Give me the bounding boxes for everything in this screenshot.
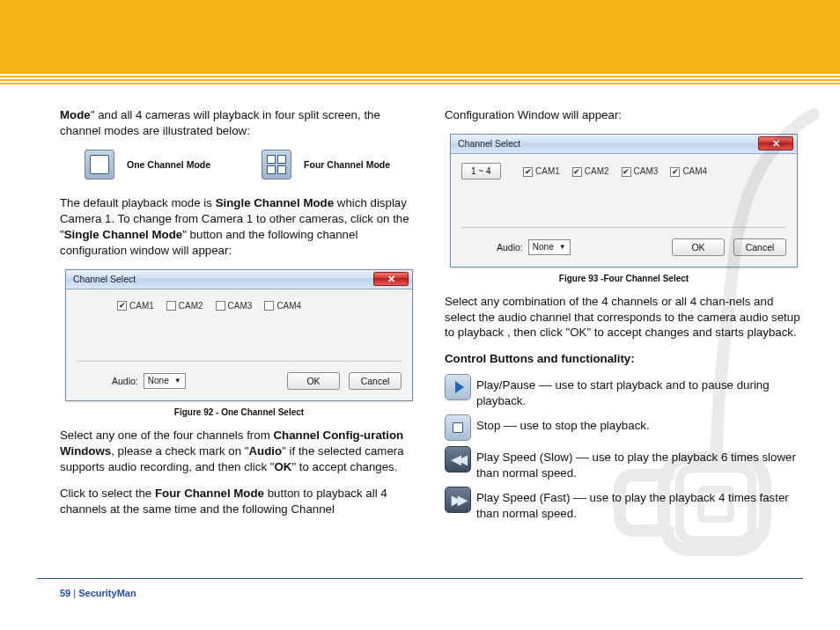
paragraph: Configuration Window will appear: [445, 107, 803, 123]
play-speed-fast-icon [445, 487, 471, 513]
one-channel-label: One Channel Mode [127, 158, 210, 171]
paragraph: Select any one of the four channels from… [60, 428, 418, 475]
header-band [0, 0, 840, 72]
play-icon [445, 374, 471, 400]
dialog-title: Channel Select [458, 137, 520, 150]
cam1-checkbox[interactable]: ✔CAM1 [523, 165, 560, 178]
cam4-checkbox[interactable]: ✔CAM4 [670, 165, 707, 178]
range-button[interactable]: 1 ~ 4 [461, 163, 501, 180]
cam2-checkbox[interactable]: ✔CAM2 [572, 165, 609, 178]
cam4-checkbox[interactable]: CAM4 [264, 300, 301, 312]
audio-label: Audio: [497, 241, 523, 253]
camera-checkbox-row: ✔CAM1 ✔CAM2 ✔CAM3 ✔CAM4 [461, 165, 786, 178]
figure-93-caption: Figure 93 -Four Channel Select [445, 273, 803, 285]
text: " and all 4 cameras will playback in fou… [60, 108, 380, 137]
channel-select-dialog-single: Channel Select ✕ ✔CAM1 CAM2 CAM3 CAM4 Au… [65, 269, 413, 402]
control-slow: Play Speed (Slow) –– use to play the pla… [445, 450, 803, 481]
play-speed-slow-icon [445, 446, 471, 472]
dialog-title: Channel Select [73, 273, 136, 285]
header-lines [0, 72, 840, 86]
figure-92-caption: Figure 92 - One Channel Select [60, 407, 418, 419]
four-channel-mode-icon [262, 150, 291, 179]
close-icon[interactable]: ✕ [373, 272, 409, 286]
dialog-titlebar: Channel Select ✕ [451, 135, 797, 154]
paragraph: Select any combination of the 4 channels… [445, 294, 803, 341]
cam3-checkbox[interactable]: ✔CAM3 [622, 165, 659, 178]
ok-button[interactable]: OK [287, 372, 340, 390]
control-fast: Play Speed (Fast) –– use to play the pla… [445, 490, 803, 522]
audio-label: Audio: [112, 375, 138, 387]
paragraph: The default playback mode is Single Chan… [60, 195, 418, 259]
ok-button[interactable]: OK [672, 238, 725, 256]
footer-rule [37, 578, 803, 579]
page-footer: 59 | SecurityMan [60, 588, 136, 598]
cancel-button[interactable]: Cancel [733, 238, 786, 256]
paragraph: Click to select the Four Channel Mode bu… [60, 486, 418, 517]
text-mode-bold: Mode [60, 108, 91, 121]
audio-select[interactable]: None▼ [144, 373, 186, 389]
right-column: Configuration Window will appear: Channe… [445, 107, 803, 527]
mode-icons-row: One Channel Mode Four Channel Mode [85, 150, 418, 179]
stop-icon [445, 414, 471, 441]
cam3-checkbox[interactable]: CAM3 [216, 300, 253, 312]
control-stop: Stop –– use to stop the playback. [445, 418, 803, 441]
channel-select-dialog-four: Channel Select ✕ 1 ~ 4 ✔CAM1 ✔CAM2 ✔CAM3… [450, 134, 798, 267]
page-number: 59 [60, 588, 70, 598]
paragraph: Mode" and all 4 cameras will playback in… [60, 107, 418, 139]
control-play: Play/Pause –– use to start playback and … [445, 377, 803, 409]
cam1-checkbox[interactable]: ✔CAM1 [117, 300, 154, 312]
left-column: Mode" and all 4 cameras will playback in… [60, 107, 418, 527]
cam2-checkbox[interactable]: CAM2 [166, 300, 203, 312]
audio-select[interactable]: None▼ [528, 239, 571, 255]
close-icon[interactable]: ✕ [758, 136, 793, 150]
camera-checkbox-row: ✔CAM1 CAM2 CAM3 CAM4 [77, 300, 402, 312]
dialog-titlebar: Channel Select ✕ [66, 270, 412, 289]
one-channel-mode-icon [85, 150, 114, 179]
control-buttons-heading: Control Buttons and functionality: [445, 351, 803, 367]
brand-name: SecurityMan [78, 588, 136, 598]
four-channel-label: Four Channel Mode [304, 158, 390, 171]
cancel-button[interactable]: Cancel [349, 372, 402, 390]
